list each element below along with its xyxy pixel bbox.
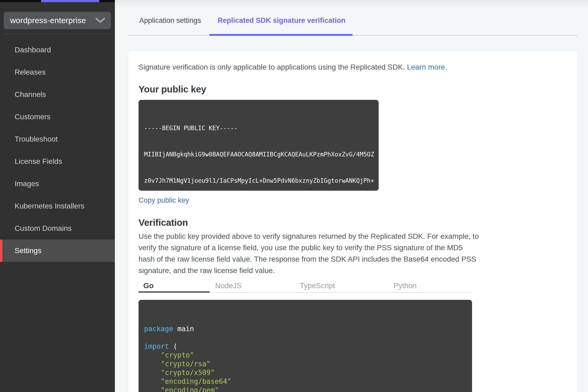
app-selector-dropdown[interactable]: wordpress-enterprise	[4, 12, 111, 29]
copy-public-key-link[interactable]: Copy public key	[139, 196, 189, 204]
go-code-block: package main import ( "crypto" "crypto/r…	[139, 300, 472, 392]
public-key-line: -----BEGIN PUBLIC KEY-----	[144, 124, 377, 133]
sidebar-item-label: Kubernetes Installers	[15, 202, 84, 210]
code-line: import (	[144, 342, 472, 351]
page: wordpress-enterprise DashboardReleasesCh…	[0, 0, 588, 392]
sidebar-item-label: Custom Domains	[15, 224, 72, 233]
sidebar-item-channels[interactable]: Channels	[0, 83, 115, 106]
sidebar-item-kubernetes-installers[interactable]: Kubernetes Installers	[0, 195, 115, 217]
active-code-tab-underline	[139, 291, 210, 293]
public-key-heading: Your public key	[139, 83, 567, 95]
learn-more-link[interactable]: Learn more	[407, 63, 445, 71]
intro-text: Signature verification is only applicabl…	[139, 63, 567, 72]
sidebar-item-label: Images	[15, 180, 39, 188]
chevron-down-icon	[96, 18, 105, 23]
sidebar-divider	[4, 34, 111, 34]
verification-description: Use the public key provided above to ver…	[139, 231, 481, 276]
code-block-content: package main import ( "crypto" "crypto/r…	[144, 325, 472, 392]
sidebar-item-label: Troubleshoot	[15, 135, 58, 143]
code-line: package main	[144, 325, 472, 333]
sidebar-item-label: License Fields	[15, 157, 62, 166]
intro-period: .	[445, 63, 447, 71]
code-line: "encoding/base64"	[144, 377, 472, 386]
code-tab-python[interactable]: Python	[394, 282, 417, 290]
sidebar-item-label: Releases	[15, 68, 46, 76]
code-tab-nodejs[interactable]: NodeJS	[215, 282, 242, 290]
sidebar-item-troubleshoot[interactable]: Troubleshoot	[0, 128, 115, 150]
tab-replicated-sdk-signature-verification[interactable]: Replicated SDK signature verification	[218, 16, 345, 25]
code-tab-go[interactable]: Go	[143, 282, 154, 290]
code-language-tabs: Go NodeJS TypeScript Python	[139, 281, 472, 293]
top-nav-active-indicator	[41, 0, 99, 2]
code-line: "crypto/rsa"	[144, 360, 472, 368]
sidebar-item-label: Dashboard	[15, 46, 51, 54]
tab-application-settings[interactable]: Application settings	[139, 16, 201, 25]
sidebar-item-label: Channels	[15, 90, 46, 99]
app-selector-label: wordpress-enterprise	[10, 16, 86, 25]
main-content: Application settings Replicated SDK sign…	[115, 0, 588, 392]
code-line	[144, 333, 472, 342]
signature-verification-card: Signature verification is only applicabl…	[128, 51, 577, 392]
sidebar-item-settings[interactable]: Settings	[0, 240, 115, 262]
sidebar-item-releases[interactable]: Releases	[0, 61, 115, 83]
code-line: "crypto"	[144, 351, 472, 360]
sidebar: wordpress-enterprise DashboardReleasesCh…	[0, 0, 115, 392]
active-tab-underline	[209, 34, 353, 36]
sidebar-nav: DashboardReleasesChannelsCustomersTroubl…	[0, 39, 115, 262]
sidebar-item-custom-domains[interactable]: Custom Domains	[0, 217, 115, 240]
settings-tab-bar: Application settings Replicated SDK sign…	[115, 0, 588, 36]
intro-text-main: Signature verification is only applicabl…	[139, 63, 407, 71]
public-key-block: -----BEGIN PUBLIC KEY----- MIIBIjANBgkqh…	[139, 100, 379, 191]
verification-heading: Verification	[139, 217, 567, 228]
sidebar-item-label: Settings	[15, 246, 41, 255]
tab-bar-divider	[128, 35, 577, 36]
sidebar-item-license-fields[interactable]: License Fields	[0, 150, 115, 173]
top-nav-strip	[0, 0, 115, 2]
public-key-line: MIIBIjANBgkqhkiG9w0BAQEFAAOCAQ8AMIIBCgKC…	[144, 150, 377, 159]
code-line: "encoding/pem"	[144, 386, 472, 392]
sidebar-item-dashboard[interactable]: Dashboard	[0, 39, 115, 61]
sidebar-item-customers[interactable]: Customers	[0, 106, 115, 128]
code-line: "crypto/x509"	[144, 368, 472, 377]
active-item-accent-bar	[0, 240, 2, 262]
sidebar-item-label: Customers	[15, 113, 50, 121]
sidebar-item-images[interactable]: Images	[0, 173, 115, 195]
code-tab-typescript[interactable]: TypeScript	[300, 282, 335, 290]
public-key-line: z0v7Jh7M1NgV1joeu9l1/IaCPsMpyIcL+Dnw5Pdv…	[144, 176, 377, 185]
